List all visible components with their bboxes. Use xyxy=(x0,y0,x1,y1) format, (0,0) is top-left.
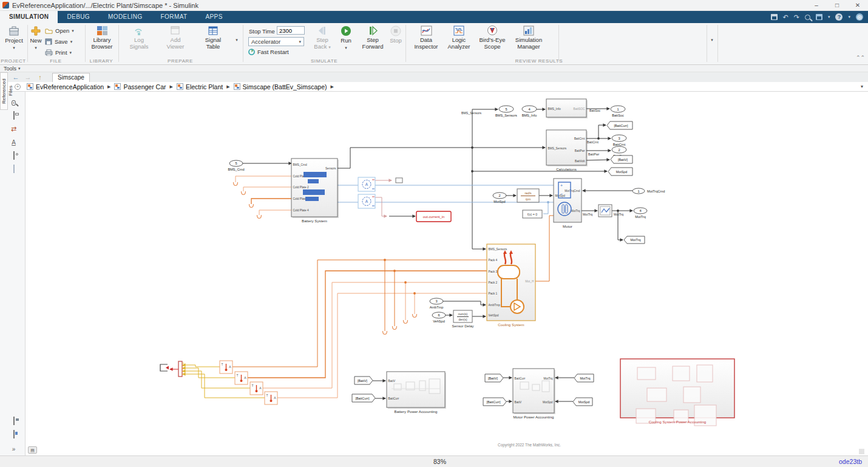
goto-battv[interactable]: [BattV] xyxy=(611,155,632,163)
hide-palette-button[interactable]: ▤ xyxy=(28,446,37,454)
temp-sensor-4[interactable]: TA xyxy=(265,392,277,404)
motor-subsystem-body[interactable] xyxy=(554,179,581,222)
from-battcurr-1[interactable]: [BattCurr] xyxy=(352,394,375,402)
layout-dropdown-icon[interactable]: ▾ xyxy=(828,15,830,19)
new-button[interactable]: New▾ xyxy=(28,26,44,50)
tools-menu[interactable]: Tools▾ xyxy=(0,65,868,72)
print-button[interactable]: Print▾ xyxy=(45,49,72,56)
solver-name[interactable]: ode23tb xyxy=(839,458,862,465)
outport-battcrnt[interactable]: 3BattCrnt xyxy=(612,135,626,146)
mottrq-scope-block[interactable] xyxy=(598,205,612,217)
temp-sensor-2[interactable]: TA xyxy=(235,372,248,384)
cooling-system-subsystem[interactable]: BMS_SensorsPack 4Pack 3Pack 2Pack 1AmbTm… xyxy=(487,244,535,327)
ribbon-tab-simulation[interactable]: SIMULATION xyxy=(0,11,58,23)
run-button[interactable]: Run▾ xyxy=(336,26,356,50)
image-annotation-icon[interactable] xyxy=(8,151,19,161)
area-box-icon[interactable] xyxy=(8,165,19,174)
forward-button[interactable]: → xyxy=(22,73,34,82)
search-icon[interactable] xyxy=(805,15,810,20)
zoom-icon[interactable]: + xyxy=(8,98,19,107)
mux-block-body[interactable] xyxy=(178,361,182,377)
fit-to-view-icon[interactable] xyxy=(8,111,19,121)
close-button[interactable]: ✕ xyxy=(847,0,868,10)
outport-mottrq[interactable]: 4MotTrq xyxy=(634,208,647,219)
help-icon[interactable]: ? xyxy=(835,13,843,21)
project-button[interactable]: Project▾ xyxy=(2,26,25,50)
from-motspd[interactable]: MotSpd xyxy=(573,398,592,406)
step-forward-button[interactable]: StepForward xyxy=(359,26,386,50)
terminator-block[interactable] xyxy=(396,178,402,183)
review-gallery-dropdown[interactable]: ▾ xyxy=(708,36,716,43)
signal-table-button[interactable]: SignalTable xyxy=(197,26,229,50)
goto-battcurr[interactable]: [BattCurr] xyxy=(607,121,632,129)
maximize-button[interactable]: □ xyxy=(827,0,847,10)
goto-motspd[interactable]: MotSpd xyxy=(608,168,632,176)
simulation-mode-select[interactable]: Accelerator▾ xyxy=(248,37,304,46)
community-icon[interactable]: ◎ xyxy=(856,13,863,21)
from-mottrq[interactable]: MotTrq xyxy=(574,374,594,382)
fast-restart-toggle[interactable]: Fast Restart xyxy=(248,49,289,55)
from-battv-2[interactable]: [BattV] xyxy=(485,374,503,382)
breadcrumb-item[interactable]: EvReferenceApplication xyxy=(27,83,104,90)
solver-configuration-block[interactable]: f(x) = 0 xyxy=(523,210,542,218)
signal-routing-icon[interactable]: ⇄ xyxy=(8,124,19,134)
undo-icon[interactable]: ↶ xyxy=(783,12,788,22)
stop-time-input[interactable] xyxy=(277,26,305,35)
rpm-conversion-block[interactable]: rad/srpm xyxy=(517,189,539,202)
print-dropdown-icon[interactable]: ▾ xyxy=(70,50,72,55)
collapse-toolstrip-button[interactable]: ⌃⌃ xyxy=(856,55,864,62)
breadcrumb-item[interactable]: Electric Plant xyxy=(177,83,223,90)
layout-icon[interactable] xyxy=(816,14,822,20)
inport-bms-info[interactable]: 4BMS_Info xyxy=(522,106,537,117)
inport-vehspd[interactable]: 6VehSpd xyxy=(432,312,446,323)
data-inspector-button[interactable]: DataInspector xyxy=(410,26,442,50)
minimize-button[interactable]: – xyxy=(806,0,827,10)
motor-subsystem[interactable]: MotSpdMotTrqCmdMotTrq+−Motor xyxy=(554,179,581,228)
calculations-subsystem[interactable]: BMS_SensorsBattCrntBattPwrBattVoltCalcul… xyxy=(546,130,588,171)
annotation-icon[interactable]: A xyxy=(8,138,19,148)
sensor-delay-block[interactable]: num(s)den(s)Sensor Delay xyxy=(452,310,473,328)
current-sensor-2[interactable]: A xyxy=(358,194,375,208)
viewmarks-icon[interactable] xyxy=(8,417,19,426)
terminator-block-body[interactable] xyxy=(396,178,402,183)
birds-eye-scope-button[interactable]: Bird's-EyeScope xyxy=(475,26,510,50)
ribbon-tab-format[interactable]: FORMAT xyxy=(152,11,197,23)
prepare-gallery-dropdown[interactable]: ▾ xyxy=(232,36,241,43)
expand-palette-icon[interactable]: » xyxy=(8,445,19,454)
model-canvas[interactable] xyxy=(25,92,868,455)
battery-power-accounting[interactable]: BattVBattCurrBattery Power Accounting xyxy=(387,372,446,414)
document-tab-simscape[interactable]: Simscape xyxy=(52,73,90,82)
breadcrumb-item[interactable]: Passenger Car xyxy=(114,83,166,90)
inport-mottrqcmd[interactable]: 1MotTrqCmd xyxy=(632,188,665,194)
breadcrumb-item[interactable]: Simscape (BattEv_Simscape) xyxy=(234,83,327,90)
goto-mottrq[interactable]: MotTrq xyxy=(624,236,645,244)
inport-ambtmp[interactable]: 3AmbTmp xyxy=(430,298,444,309)
breadcrumb-dropdown-icon[interactable]: ▾ xyxy=(861,84,863,89)
logic-analyzer-button[interactable]: LogicAnalyzer xyxy=(443,26,475,50)
out-current-in-port[interactable]: out.current_in xyxy=(416,211,451,222)
current-sensor-1[interactable]: A xyxy=(358,177,375,191)
log-signals-button[interactable]: LogSignals xyxy=(123,26,155,50)
simulation-manager-button[interactable]: SimulationManager xyxy=(511,26,546,50)
temp-sensor-3[interactable]: TA xyxy=(250,382,263,395)
redo-icon[interactable]: ↷ xyxy=(794,12,799,22)
ribbon-tab-modeling[interactable]: MODELING xyxy=(99,11,152,23)
from-battcurr-2[interactable]: [BattCurr] xyxy=(483,398,506,406)
expand-hierarchy-button[interactable]: + xyxy=(15,84,21,90)
add-viewer-button[interactable]: AddViewer xyxy=(159,26,192,50)
from-battv-1[interactable]: [BattV] xyxy=(354,377,373,384)
help-dropdown-icon[interactable]: ▾ xyxy=(848,15,850,19)
cooling-system-power-accounting[interactable]: Cooling System Power Accounting xyxy=(620,359,734,426)
open-button[interactable]: Open▾ xyxy=(45,27,74,34)
save-icon[interactable] xyxy=(771,14,778,20)
inport-motspd[interactable]: 2MotSpd xyxy=(493,193,506,203)
capture-icon[interactable] xyxy=(8,430,19,440)
up-to-parent-button[interactable]: ↑ xyxy=(34,73,46,82)
save-dropdown-icon[interactable]: ▾ xyxy=(70,39,73,44)
ribbon-tab-debug[interactable]: DEBUG xyxy=(58,11,99,23)
outport-battsoc[interactable]: 1BattSoc xyxy=(611,106,625,117)
back-button[interactable]: ← xyxy=(10,73,22,82)
step-back-button[interactable]: Step Back ▾ xyxy=(311,26,334,50)
bms-info-subsystem[interactable]: BMS_InfoBattSOC xyxy=(546,99,588,118)
save-button[interactable]: Save▾ xyxy=(45,38,72,45)
